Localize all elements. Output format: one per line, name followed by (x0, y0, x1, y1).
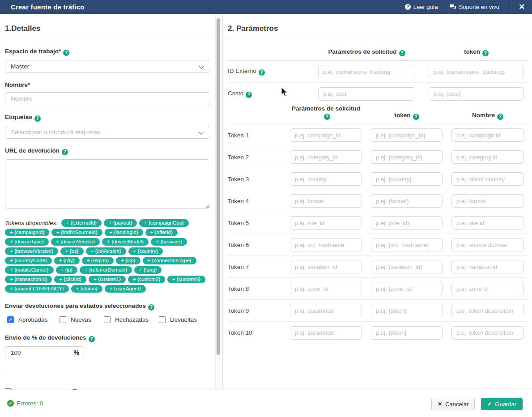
scrollbar-thumb[interactable] (217, 18, 220, 355)
request-param-input[interactable] (290, 260, 362, 273)
token-chip[interactable]: + {offerId} (145, 229, 178, 236)
token-chip[interactable]: + {campaignId} (5, 229, 49, 236)
checkbox-icon[interactable]: ✓ (7, 316, 14, 323)
token-chip[interactable]: + {campaignCpa} (139, 219, 189, 227)
request-param-input[interactable] (290, 216, 362, 230)
token-chip[interactable]: + {deviceVendor} (51, 238, 100, 246)
request-param-input[interactable] (318, 65, 415, 78)
token-chip[interactable]: + {status} (71, 285, 102, 293)
request-param-input[interactable] (290, 150, 362, 164)
token-name-input[interactable] (451, 172, 524, 186)
request-param-input[interactable] (290, 238, 362, 251)
token-name-input[interactable] (451, 194, 524, 208)
token-chip[interactable]: + {payout} (104, 219, 137, 227)
param-row-token-7: Token 7 (228, 256, 528, 278)
token-chip[interactable]: + {mobileCarrier} (5, 266, 54, 274)
help-icon[interactable]: ? (246, 92, 252, 98)
token-chip[interactable]: + {custom1} (89, 276, 126, 283)
token-name-input[interactable] (451, 260, 524, 273)
help-icon[interactable]: ? (482, 50, 489, 56)
token-input[interactable] (429, 87, 524, 101)
token-chip[interactable]: + {browser} (151, 238, 187, 246)
token-chip[interactable]: + {city} (54, 257, 80, 264)
live-support-link[interactable]: Soporte en vivo (450, 4, 499, 10)
help-icon[interactable]: ? (34, 115, 41, 122)
help-icon[interactable]: ? (324, 114, 330, 120)
token-chip[interactable]: + {countryCode} (5, 257, 52, 264)
token-chip[interactable]: + {lang} (134, 266, 162, 274)
token-chip[interactable]: + {region} (82, 257, 114, 264)
token-chip[interactable]: + {transactionId} (5, 276, 52, 283)
token-name-input[interactable] (451, 216, 524, 230)
token-chip[interactable]: + {os} (60, 247, 84, 255)
token-input[interactable] (371, 172, 443, 186)
cancel-button[interactable]: ✕ Cancelar (431, 398, 475, 410)
token-input[interactable] (371, 260, 443, 273)
token-chip[interactable]: + {isp} (116, 257, 140, 264)
token-input[interactable] (371, 194, 443, 208)
token-input[interactable] (371, 216, 443, 230)
token-name-input[interactable] (451, 238, 524, 251)
token-chip[interactable]: + {customN} (167, 276, 205, 283)
request-param-input[interactable] (290, 326, 362, 340)
status-checkbox-nuevas[interactable]: Nuevas (60, 316, 104, 323)
token-name-input[interactable] (451, 282, 524, 295)
help-icon[interactable]: ? (413, 114, 419, 120)
left-panel-scrollbar[interactable] (215, 14, 221, 390)
token-chip[interactable]: + {ip} (56, 266, 78, 274)
token-input[interactable] (429, 65, 524, 78)
token-chip[interactable]: + {custom2} (128, 276, 165, 283)
request-param-input[interactable] (290, 194, 362, 208)
help-icon[interactable]: ? (89, 336, 95, 342)
token-name-input[interactable] (451, 150, 524, 164)
token-input[interactable] (371, 150, 443, 164)
checkbox-icon[interactable] (159, 316, 166, 323)
token-name-input[interactable] (451, 304, 524, 317)
checkbox-icon[interactable] (104, 316, 111, 323)
help-icon[interactable]: ? (259, 69, 265, 76)
request-param-input[interactable] (318, 87, 415, 101)
workspace-select[interactable]: Master (5, 60, 210, 73)
tags-select[interactable]: Seleccionar o introducir etiquetas... (5, 126, 210, 139)
request-param-input[interactable] (290, 304, 362, 317)
close-icon[interactable]: ✕ (511, 0, 532, 14)
save-button[interactable]: ✔ Guardar (481, 398, 523, 410)
token-input[interactable] (371, 238, 443, 251)
request-param-input[interactable] (290, 282, 362, 295)
token-name-input[interactable] (451, 326, 524, 340)
checkbox-icon[interactable] (60, 316, 66, 323)
request-param-input[interactable] (290, 172, 362, 186)
postback-url-textarea[interactable] (5, 159, 210, 208)
token-chip[interactable]: + {clickId} (54, 276, 86, 283)
token-chip[interactable]: + {connectionType} (143, 257, 196, 264)
token-input[interactable] (371, 128, 443, 142)
token-name-input[interactable] (451, 128, 524, 142)
token-chip[interactable]: + {userAgent} (105, 285, 146, 293)
help-icon[interactable]: ? (63, 50, 69, 56)
token-chip[interactable]: + {country} (128, 247, 163, 255)
help-icon[interactable]: ? (62, 149, 68, 155)
token-input[interactable] (371, 282, 443, 295)
token-chip[interactable]: + {landingId} (105, 229, 143, 236)
token-chip[interactable]: + {osVersion} (86, 247, 126, 255)
name-input[interactable] (5, 92, 210, 105)
token-chip[interactable]: + {deviceModel} (102, 238, 149, 246)
token-chip[interactable]: + {browserVersion} (5, 247, 58, 255)
token-chip[interactable]: + {payout.CURRENCY} (5, 285, 69, 293)
request-param-input[interactable] (290, 128, 362, 142)
token-chip[interactable]: + {trafficSourceId} (51, 229, 102, 236)
status-checkbox-aprobadas[interactable]: ✓Aprobadas (7, 316, 60, 323)
token-chip[interactable]: + {externalId} (61, 219, 102, 227)
percent-input[interactable] (5, 346, 84, 359)
token-input[interactable] (371, 304, 443, 317)
help-icon[interactable]: ? (148, 304, 154, 311)
status-checkboxes: ✓AprobadasNuevasRechazadasDevueltas (5, 316, 210, 323)
token-input[interactable] (371, 326, 443, 340)
status-checkbox-rechazadas[interactable]: Rechazadas (104, 316, 159, 323)
token-chip[interactable]: + {deviceType} (5, 238, 49, 246)
read-guide-link[interactable]: ? Leer guía (405, 4, 438, 10)
status-checkbox-devueltas[interactable]: Devueltas (159, 316, 210, 323)
token-chip[interactable]: + {referrerDomain} (80, 266, 132, 274)
help-icon[interactable]: ? (497, 114, 503, 120)
help-icon[interactable]: ? (399, 50, 405, 56)
